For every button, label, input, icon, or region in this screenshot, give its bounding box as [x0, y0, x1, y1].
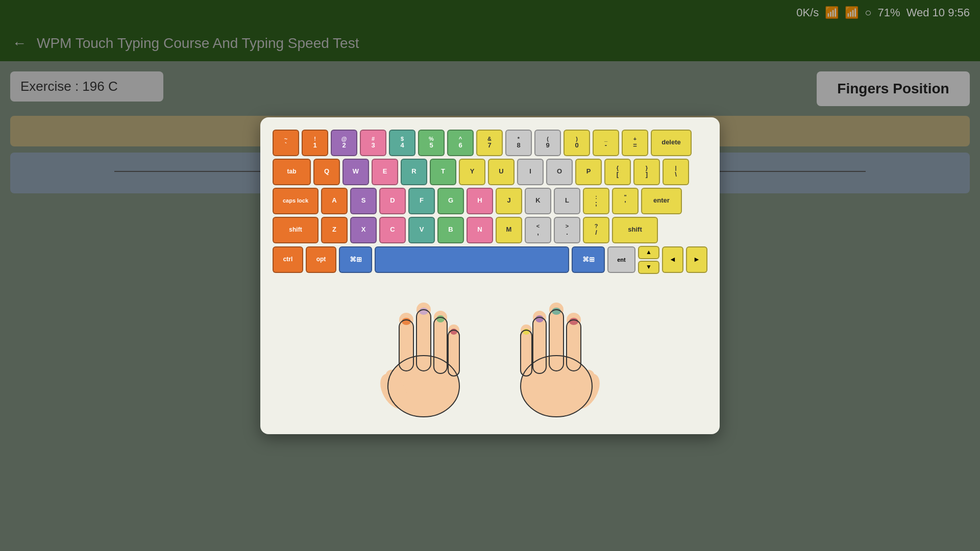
svg-rect-7: [434, 317, 447, 373]
key-cmd-right[interactable]: ⌘⊞: [572, 246, 605, 273]
key-d[interactable]: D: [379, 188, 406, 214]
key-e[interactable]: E: [372, 159, 398, 185]
key-right[interactable]: ►: [686, 246, 707, 273]
key-shift-left[interactable]: shift: [273, 217, 318, 243]
key-minus[interactable]: _-: [593, 130, 619, 156]
key-b[interactable]: B: [437, 217, 464, 243]
key-6[interactable]: ^6: [447, 130, 474, 156]
svg-point-31: [569, 318, 578, 325]
key-equals[interactable]: +=: [622, 130, 648, 156]
key-slash[interactable]: ?/: [583, 217, 609, 243]
svg-point-13: [436, 315, 445, 322]
hands-illustration: [273, 279, 707, 422]
key-f[interactable]: F: [408, 188, 435, 214]
key-l[interactable]: L: [554, 188, 580, 214]
key-j[interactable]: J: [496, 188, 522, 214]
key-z[interactable]: Z: [321, 217, 348, 243]
key-8[interactable]: *8: [505, 130, 532, 156]
key-bracket-r[interactable]: }]: [633, 159, 660, 185]
key-row-4: shift Z X C V B N M <, >. ?/ shift: [273, 217, 707, 243]
key-down[interactable]: ▼: [638, 261, 659, 274]
key-t[interactable]: T: [430, 159, 456, 185]
key-w[interactable]: W: [342, 159, 369, 185]
svg-rect-5: [416, 310, 431, 371]
key-ctrl[interactable]: ctrl: [273, 246, 303, 273]
key-semicolon[interactable]: :;: [583, 188, 609, 214]
left-hand: [362, 279, 485, 422]
key-ent[interactable]: ent: [607, 246, 635, 273]
svg-point-12: [419, 308, 428, 315]
svg-point-34: [523, 329, 530, 335]
svg-rect-3: [399, 320, 413, 371]
key-r[interactable]: R: [401, 159, 427, 185]
key-c[interactable]: C: [379, 217, 406, 243]
key-o[interactable]: O: [546, 159, 573, 185]
key-i[interactable]: I: [517, 159, 544, 185]
key-m[interactable]: M: [496, 217, 522, 243]
key-p[interactable]: P: [575, 159, 602, 185]
key-n[interactable]: N: [467, 217, 493, 243]
key-tilde[interactable]: ~`: [273, 130, 299, 156]
key-backslash[interactable]: |\: [663, 159, 689, 185]
key-3[interactable]: #3: [360, 130, 386, 156]
right-hand: [495, 279, 618, 422]
key-q[interactable]: Q: [313, 159, 340, 185]
keyboard-modal: ~` !1 @2 #3 $4 %5 ^6 &7 *8 (9 )0 _- += d…: [260, 117, 720, 434]
key-s[interactable]: S: [350, 188, 377, 214]
svg-rect-27: [533, 317, 546, 373]
key-v[interactable]: V: [408, 217, 435, 243]
key-space[interactable]: [375, 246, 569, 273]
key-period[interactable]: >.: [554, 217, 580, 243]
svg-point-32: [552, 308, 561, 315]
key-u[interactable]: U: [488, 159, 514, 185]
key-k[interactable]: K: [525, 188, 551, 214]
key-enter[interactable]: enter: [641, 188, 682, 214]
key-row-5: ctrl opt ⌘⊞ ⌘⊞ ent ▲ ▼ ◄ ►: [273, 246, 707, 274]
key-row-2: tab Q W E R T Y U I O P {[ }] |\: [273, 159, 707, 185]
key-left[interactable]: ◄: [662, 246, 683, 273]
svg-rect-23: [567, 320, 581, 371]
keyboard: ~` !1 @2 #3 $4 %5 ^6 &7 *8 (9 )0 _- += d…: [273, 130, 707, 274]
key-cmd-left[interactable]: ⌘⊞: [339, 246, 372, 273]
key-quote[interactable]: "': [612, 188, 639, 214]
key-opt[interactable]: opt: [306, 246, 336, 273]
key-row-1: ~` !1 @2 #3 $4 %5 ^6 &7 *8 (9 )0 _- += d…: [273, 130, 707, 156]
key-g[interactable]: G: [437, 188, 464, 214]
key-bracket-l[interactable]: {[: [604, 159, 631, 185]
key-x[interactable]: X: [350, 217, 377, 243]
key-y[interactable]: Y: [459, 159, 485, 185]
key-5[interactable]: %5: [418, 130, 445, 156]
key-capslock[interactable]: caps lock: [273, 188, 318, 214]
key-4[interactable]: $4: [389, 130, 415, 156]
svg-point-11: [402, 318, 411, 325]
key-h[interactable]: H: [467, 188, 493, 214]
key-tab[interactable]: tab: [273, 159, 311, 185]
key-comma[interactable]: <,: [525, 217, 551, 243]
key-9[interactable]: (9: [534, 130, 561, 156]
key-a[interactable]: A: [321, 188, 348, 214]
key-2[interactable]: @2: [331, 130, 357, 156]
keyboard-modal-overlay: ~` !1 @2 #3 $4 %5 ^6 &7 *8 (9 )0 _- += d…: [0, 0, 980, 551]
svg-rect-25: [549, 310, 564, 371]
key-up[interactable]: ▲: [638, 246, 659, 259]
key-1[interactable]: !1: [302, 130, 328, 156]
key-0[interactable]: )0: [564, 130, 590, 156]
svg-point-33: [535, 315, 544, 322]
key-shift-right[interactable]: shift: [612, 217, 658, 243]
key-delete[interactable]: delete: [651, 130, 692, 156]
key-7[interactable]: &7: [476, 130, 503, 156]
svg-point-14: [450, 329, 457, 335]
key-row-3: caps lock A S D F G H J K L :; "' enter: [273, 188, 707, 214]
